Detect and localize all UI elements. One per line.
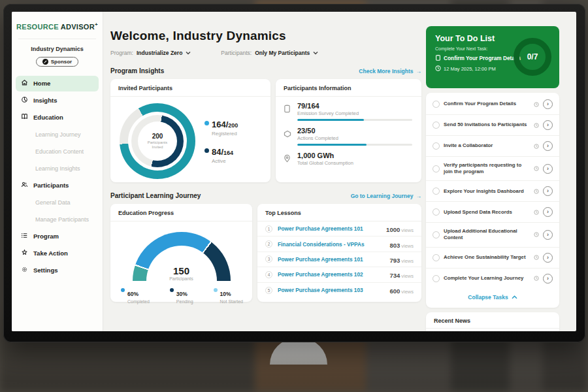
task-row-invite-collaborator[interactable]: Invite a Collaborator › (426, 136, 559, 157)
actions-completed-stat: 23/50 Actions Completed (284, 127, 412, 146)
logo-part-2: ADVISOR+ (61, 23, 98, 31)
sidebar-item-participants[interactable]: Participants (16, 178, 99, 193)
task-checkbox[interactable] (433, 142, 440, 150)
program-insights-title: Program Insights (110, 67, 164, 74)
invited-donut-outer: 200 Participants Invited (120, 103, 195, 179)
spark-icon (21, 249, 28, 257)
todo-progress-count: 0/7 (527, 52, 538, 61)
task-row-explore-insights[interactable]: Explore Your Insights Dashboard › (426, 181, 559, 202)
clipboard-icon (435, 54, 441, 62)
sidebar-item-take-action[interactable]: Take Action (16, 246, 99, 261)
invited-donut-inner: 200 Participants Invited (131, 115, 184, 167)
lesson-link[interactable]: Power Purchase Agreements 102 (278, 271, 384, 278)
program-filter-dropdown[interactable]: Program: Industrialize Zero (110, 50, 191, 56)
check-more-insights-link[interactable]: Check More Insights → (359, 68, 421, 74)
task-go-button[interactable]: › (543, 230, 553, 240)
sidebar-item-learning-journey[interactable]: Learning Journey (16, 127, 99, 142)
sidebar-item-home[interactable]: Home (16, 76, 99, 91)
task-checkbox[interactable] (433, 122, 440, 129)
task-checkbox[interactable] (433, 188, 440, 195)
rank-badge: 2 (265, 240, 272, 248)
arrow-right-icon: → (416, 68, 422, 74)
filter-bar: Program: Industrialize Zero Participants… (110, 50, 421, 56)
sponsor-icon (42, 59, 48, 65)
clock-icon (534, 232, 539, 237)
lesson-row: 2 Financial Considerations - VPPAs 803vi… (257, 237, 421, 252)
go-to-learning-journey-link[interactable]: Go to Learning Journey → (351, 193, 421, 199)
sidebar-item-education-content[interactable]: Education Content (16, 144, 99, 159)
book-icon (21, 113, 28, 122)
registered-dot (204, 121, 209, 125)
task-row-verify-participants[interactable]: Verify participants requesting to join t… (426, 157, 559, 181)
todo-progress-ring: 0/7 (514, 38, 551, 76)
lesson-link[interactable]: Financial Considerations - VPPAs (278, 241, 384, 248)
task-go-button[interactable]: › (543, 207, 553, 217)
task-checkbox[interactable] (433, 165, 440, 172)
invited-donut-center: 200 Participants Invited (138, 122, 177, 161)
chevron-down-icon (313, 50, 318, 56)
participants-information-title: Participants Information (276, 79, 421, 97)
top-lessons-title: Top Lessons (257, 204, 421, 221)
task-checkbox[interactable] (433, 208, 440, 216)
clock-icon (534, 255, 539, 260)
education-gauge: 150 Participants (133, 232, 231, 281)
active-dot (204, 148, 209, 153)
task-row-confirm-program[interactable]: Confirm Your Program Details › (426, 94, 559, 115)
lesson-row: 3 Power Purchase Agreements 101 793views (257, 252, 421, 267)
task-checkbox[interactable] (433, 254, 440, 261)
clock-icon (534, 123, 539, 128)
task-row-send-invitations[interactable]: Send 50 Invitations to Participants › (426, 115, 559, 136)
education-progress-title: Education Progress (110, 204, 252, 221)
learning-cards-row: Education Progress 150 Participants (110, 204, 421, 302)
task-checkbox[interactable] (433, 275, 440, 282)
todo-summary-card: Your To Do List Complete Your Next Task:… (426, 26, 559, 88)
emission-survey-stat: 79/164 Emission Survey Completed (284, 102, 412, 121)
pin-icon (284, 152, 292, 166)
legend-not-started: 10% Not Started (214, 287, 243, 304)
clock-icon (534, 189, 539, 194)
actions-icon (284, 127, 292, 146)
invited-legend: 164/200 Registered 84/164 Active (204, 118, 238, 164)
list-icon (21, 232, 28, 240)
task-go-button[interactable]: › (543, 186, 553, 196)
task-go-button[interactable]: › (543, 99, 553, 109)
invited-participants-card: Invited Participants 200 Participants In… (110, 79, 270, 182)
chevron-up-icon (512, 294, 517, 301)
sidebar-item-settings[interactable]: Settings (16, 263, 99, 278)
sidebar-item-program[interactable]: Program (16, 229, 99, 244)
clock-icon (534, 166, 539, 171)
task-go-button[interactable]: › (543, 274, 553, 284)
lesson-link[interactable]: Power Purchase Agreements 101 (278, 225, 381, 232)
sidebar-item-learning-insights[interactable]: Learning Insights (16, 161, 99, 176)
sidebar-item-general-data[interactable]: General Data (16, 195, 99, 210)
participants-information-card: Participants Information 79/164 Emission… (276, 79, 421, 182)
education-gauge-center: 150 Participants (133, 265, 231, 281)
task-go-button[interactable]: › (543, 120, 553, 130)
monitor-bezel: RESOURCE ADVISOR+ Industry Dynamics Spon… (3, 4, 585, 342)
sponsor-label: Sponsor (51, 59, 72, 65)
collapse-tasks-link[interactable]: Collapse Tasks (426, 289, 559, 306)
todo-tasks-card: Confirm Your Program Details › Send 50 I… (426, 93, 559, 308)
participants-filter-dropdown[interactable]: Participants: Only My Participants (221, 50, 318, 56)
task-go-button[interactable]: › (543, 164, 553, 174)
lesson-link[interactable]: Power Purchase Agreements 101 (278, 256, 384, 263)
task-checkbox[interactable] (433, 231, 440, 238)
task-go-button[interactable]: › (543, 253, 553, 263)
sidebar-item-education[interactable]: Education (16, 110, 99, 125)
task-checkbox[interactable] (433, 101, 440, 108)
page-title: Welcome, Industry Dynamics (110, 29, 421, 43)
task-row-upload-educational-content[interactable]: Upload Additional Educational Content › (426, 223, 559, 247)
actions-progress-bar (297, 144, 412, 146)
chevron-down-icon (186, 50, 191, 56)
clock-icon (534, 210, 539, 215)
task-row-achieve-target[interactable]: Achieve One Sustainability Target › (426, 248, 559, 269)
lesson-link[interactable]: Power Purchase Agreements 103 (278, 287, 384, 293)
task-row-complete-learning-journey[interactable]: Complete Your Learning Journey › (426, 269, 559, 289)
todo-panel: Your To Do List Complete Your Next Task:… (426, 12, 559, 331)
sidebar-item-manage-participants[interactable]: Manage Participants (16, 212, 99, 227)
not-started-dot (214, 288, 218, 292)
sidebar-item-insights[interactable]: Insights (16, 93, 99, 108)
task-row-upload-spend-data[interactable]: Upload Spend Data Records › (426, 202, 559, 223)
task-go-button[interactable]: › (543, 141, 553, 151)
emission-progress-bar (297, 119, 412, 121)
